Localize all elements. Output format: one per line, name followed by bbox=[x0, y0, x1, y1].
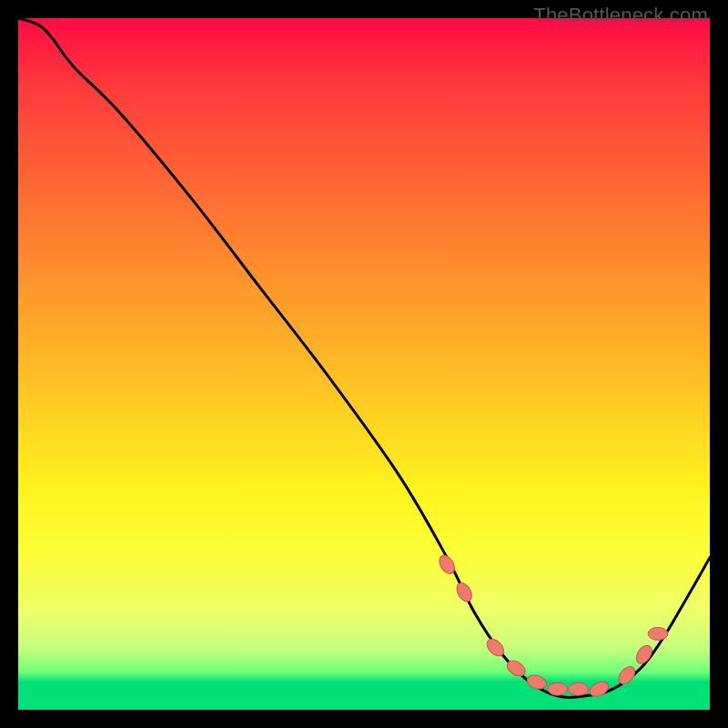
marker-group bbox=[436, 552, 668, 699]
marker-dot bbox=[548, 682, 568, 695]
bottleneck-curve bbox=[18, 18, 710, 697]
marker-dot bbox=[525, 672, 548, 691]
watermark-text: TheBottleneck.com bbox=[533, 4, 708, 27]
plot-area bbox=[18, 18, 710, 710]
chart-frame: TheBottleneck.com bbox=[0, 0, 728, 728]
marker-dot bbox=[569, 682, 589, 695]
chart-svg bbox=[18, 18, 710, 710]
marker-dot bbox=[648, 627, 668, 640]
marker-dot bbox=[454, 581, 475, 604]
